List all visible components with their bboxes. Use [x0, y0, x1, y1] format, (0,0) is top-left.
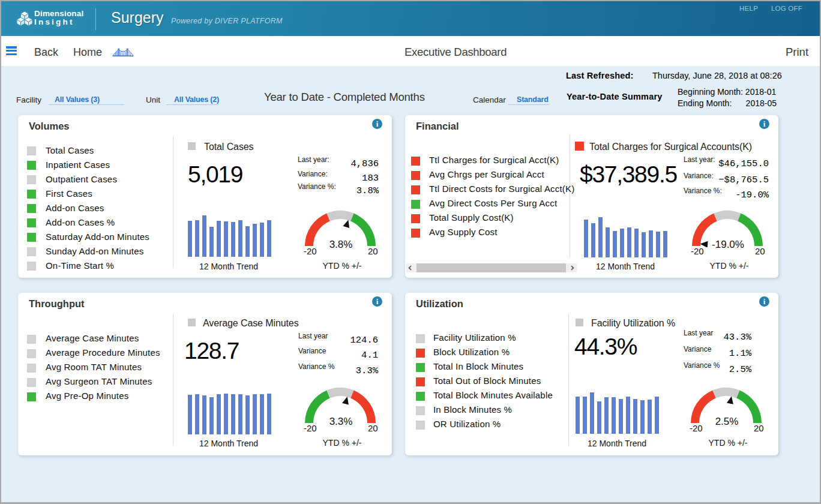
- svg-text:i: i: [763, 297, 765, 306]
- svg-text:i: i: [376, 297, 378, 306]
- svg-text:i: i: [376, 119, 378, 128]
- svg-text:i: i: [763, 119, 765, 128]
